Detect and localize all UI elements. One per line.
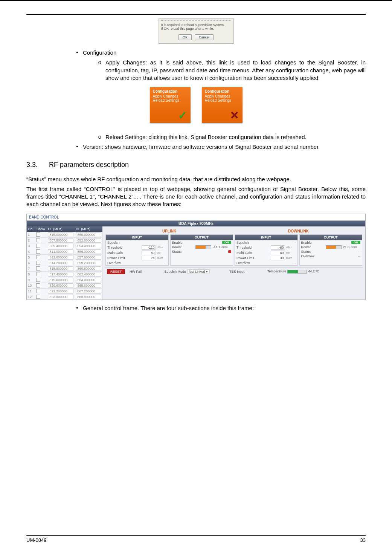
apply-fail-card: Configuration Apply Changes Reload Setti… [202,87,243,123]
channel-row: 10820.600000865.600000 [27,283,102,288]
paragraph-status-intro: “Status” menu shows whole RF configurati… [26,176,366,183]
bullet-reload-settings: Reload Settings: clicking this link, Sig… [105,133,366,141]
channel-show-checkbox[interactable] [36,261,40,265]
ul-powerlimit-field[interactable]: 24 [142,256,156,260]
check-icon: ✓ [176,109,189,121]
dl-power-bar [326,245,342,249]
temperature-bar [287,270,307,274]
ul-freq-field[interactable]: 819.000000 [48,278,73,282]
band-control-label: BAND CONTROL [27,214,365,221]
ul-gain-field[interactable]: 80 [142,251,156,255]
channel-row: 2807.800000852.800000 [27,237,102,243]
dl-freq-field[interactable]: 862.400000 [76,272,101,277]
ul-input-col: INPUT Squelch-- Threshold-110dBm Main Ga… [105,234,169,266]
bullet-icon: • [72,143,83,151]
channel-row: 7815.800000860.800000 [27,266,102,271]
dl-freq-field[interactable]: 856.000000 [76,249,101,254]
dl-freq-field[interactable]: 857.600000 [76,255,101,260]
channel-show-checkbox[interactable] [36,278,40,282]
dl-freq-field[interactable]: 864.000000 [76,278,101,282]
ul-freq-field[interactable]: 817.400000 [48,272,73,277]
channel-show-checkbox[interactable] [36,272,40,276]
ul-enable-toggle[interactable]: ON [222,241,231,244]
channel-show-checkbox[interactable] [36,249,40,254]
channel-show-checkbox[interactable] [36,295,40,299]
reboot-dialog: It is required to reboot supervision sys… [159,18,234,44]
dl-freq-field[interactable]: 867.200000 [76,289,101,294]
channel-row: 3809.400000854.400000 [27,243,102,249]
bullet-configuration: Configuration [83,49,366,57]
footer-page-number: 33 [360,537,366,543]
ul-status-icon [228,250,231,253]
dl-enable-toggle[interactable]: ON [351,241,360,244]
dialog-cancel-button[interactable]: Cancel [195,34,214,40]
dl-powerlimit-field[interactable]: 30 [271,256,285,260]
dl-gain-field[interactable]: 80 [271,251,285,255]
dl-freq-field[interactable]: 860.000000 [76,232,101,237]
channel-row: 4811.000000856.000000 [27,249,102,254]
ul-freq-field[interactable]: 822.200000 [48,289,73,294]
channel-show-checkbox[interactable] [36,255,40,259]
dl-input-col: INPUT Squelch-- Threshold-60dBm Main Gai… [235,234,298,266]
dl-threshold-field[interactable]: -60 [271,245,285,250]
channel-row: 12823.800000868.800000 [27,294,102,300]
channel-show-checkbox[interactable] [36,238,40,242]
channel-show-checkbox[interactable] [36,283,40,287]
ul-freq-field[interactable]: 815.800000 [48,266,73,271]
bullet-version: Version: shows hardware, firmware and so… [83,143,366,151]
cross-icon: ✕ [228,109,241,121]
dl-freq-field[interactable]: 854.400000 [76,244,101,248]
sub-bullet-icon: o [94,59,105,82]
ul-freq-field[interactable]: 809.400000 [48,244,73,248]
channel-table: Ch. Show UL (MHz) DL (MHz) 1815.00000086… [27,226,102,300]
dialog-text-2: If OK reload this page after a while. [161,27,231,31]
channel-row: 8817.400000862.400000 [27,271,102,277]
ul-freq-field[interactable]: 814.200000 [48,261,73,265]
channel-row: 1815.000000860.000000 [27,232,102,237]
panel-header: BDA Fiplex 900MHz [27,221,365,226]
bullet-general-control: General control frame. There are four su… [83,304,366,312]
channel-row: 5812.600000857.600000 [27,254,102,260]
ul-output-col: OUTPUT EnableON Power-14.7dBm Status [170,234,233,266]
dl-freq-field[interactable]: 865.600000 [76,283,101,288]
squelch-mode-select[interactable]: Not Linked ▾ [187,269,210,274]
ul-freq-field[interactable]: 815.000000 [48,232,73,237]
channel-show-checkbox[interactable] [36,232,40,237]
footer-doc-id: UM-0849 [26,537,46,543]
uplink-label: UPLINK [105,228,234,234]
dl-freq-field[interactable]: 859.200000 [76,261,101,265]
ul-threshold-field[interactable]: -110 [142,245,156,250]
channel-row: 9819.000000864.000000 [27,277,102,283]
channel-show-checkbox[interactable] [36,244,40,248]
paragraph-control-desc: The first frame called “CONTROL” is plac… [26,185,366,208]
sub-bullet-icon: o [94,133,105,141]
bullet-apply-changes: Apply Changes: as it is said above, this… [105,59,366,82]
dl-output-col: OUTPUT EnableON Power21.6dBm Status-- Ov… [299,234,363,266]
reset-button[interactable]: RESET [107,269,125,274]
downlink-label: DOWNLINK [234,228,363,234]
control-panel-figure: BAND CONTROL BDA Fiplex 900MHz Ch. Show … [26,214,366,300]
apply-success-card: Configuration Apply Changes Reload Setti… [150,87,191,123]
dialog-text-1: It is required to reboot supervision sys… [161,23,231,27]
bullet-icon: • [72,49,83,57]
channel-row: 11822.200000867.200000 [27,288,102,294]
ul-freq-field[interactable]: 811.000000 [48,249,73,254]
ul-freq-field[interactable]: 812.600000 [48,255,73,260]
dl-freq-field[interactable]: 852.800000 [76,238,101,243]
section-heading: 3.3. RF parameters description [26,161,366,169]
channel-show-checkbox[interactable] [36,266,40,271]
dl-freq-field[interactable]: 868.800000 [76,295,101,299]
dialog-ok-button[interactable]: OK [178,34,192,40]
dl-freq-field[interactable]: 860.800000 [76,266,101,271]
ul-power-bar [195,245,211,249]
ul-freq-field[interactable]: 823.800000 [48,295,73,299]
channel-show-checkbox[interactable] [36,289,40,293]
ul-freq-field[interactable]: 820.600000 [48,283,73,288]
ul-freq-field[interactable]: 807.800000 [48,238,73,243]
channel-row: 6814.200000859.200000 [27,260,102,266]
bullet-icon: • [72,304,83,312]
